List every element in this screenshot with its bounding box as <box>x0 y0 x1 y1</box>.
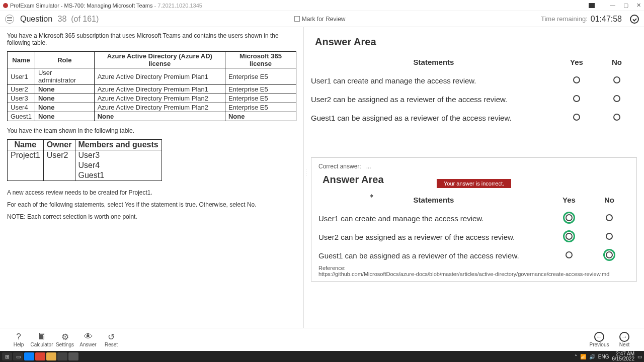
start-button[interactable]: ⊞ <box>2 352 12 360</box>
question-pane: You have a Microsoft 365 subscription th… <box>0 27 304 328</box>
settings-button[interactable]: ⚙Settings <box>53 332 76 347</box>
yes-radio <box>566 214 573 221</box>
no-radio[interactable] <box>613 76 620 83</box>
yes-radio[interactable] <box>573 95 580 102</box>
yes-radio[interactable] <box>573 114 580 121</box>
statement-row: Guest1 can be assigned as a reviewer of … <box>318 251 629 260</box>
answer-pane: Answer Area Statements Yes No User1 can … <box>304 27 644 328</box>
notifications-icon[interactable]: ▭ <box>637 354 642 359</box>
question-text: NOTE: Each correct selection is worth on… <box>7 213 296 220</box>
submit-check-icon[interactable] <box>630 15 639 24</box>
menu-icon[interactable] <box>5 15 14 24</box>
statement-row: User2 can be assigned as a reviewer of t… <box>311 95 637 104</box>
correct-answer-box: Correct answer:... Answer Area Statement… <box>311 157 637 282</box>
splitter-handle[interactable]: ···· <box>306 168 307 176</box>
timer: Time remaining: 01:47:58 <box>541 15 639 24</box>
question-counter: Question 38 (of 161) <box>20 15 99 24</box>
window-title: ProfExam Simulator - MS-700: Managing Mi… <box>10 3 202 9</box>
task-view-icon[interactable]: ▭ <box>13 352 23 360</box>
statement-row: User1 can create and manage the access r… <box>318 214 629 223</box>
tray-chevron-icon[interactable]: ˄ <box>575 354 577 359</box>
app-icon[interactable] <box>68 352 78 360</box>
app-icon <box>3 3 8 8</box>
browser-icon[interactable] <box>24 352 34 360</box>
reset-button[interactable]: ↺Reset <box>100 332 123 347</box>
yes-radio <box>566 233 573 240</box>
system-tray[interactable]: ˄ 📶 🔊 ENG 2:47 AM 6/15/2022 ▭ <box>575 351 642 361</box>
statement-row: User2 can be assigned as a reviewer of t… <box>318 233 629 241</box>
cursor-icon: ⌖ <box>370 192 373 200</box>
question-text: You have the team shown in the following… <box>7 127 296 134</box>
windows-taskbar[interactable]: ⊞ ▭ ˄ 📶 🔊 ENG 2:47 AM 6/15/2022 ▭ <box>0 351 644 362</box>
users-table: NameRoleAzure Active Directory (Azure AD… <box>7 51 296 121</box>
no-radio <box>606 214 613 221</box>
window-titlebar: ProfExam Simulator - MS-700: Managing Mi… <box>0 0 644 11</box>
yes-radio <box>566 251 573 258</box>
teams-table: NameOwnerMembers and guests Project1User… <box>7 139 162 181</box>
next-button[interactable]: →Next <box>612 332 637 347</box>
no-radio <box>606 233 613 240</box>
statement-row: Guest1 can be assigned as a reviewer of … <box>311 114 637 122</box>
app-icon[interactable] <box>57 352 67 360</box>
close-button[interactable]: ✕ <box>636 2 641 9</box>
previous-button[interactable]: ←Previous <box>587 332 612 347</box>
language-indicator[interactable]: ENG <box>598 354 609 359</box>
help-button[interactable]: ?Help <box>7 332 30 347</box>
calculator-button[interactable]: 🖩Calculator <box>30 332 53 347</box>
question-text: For each of the following statements, se… <box>7 201 296 208</box>
checkbox-icon <box>294 16 300 22</box>
no-radio[interactable] <box>613 114 620 121</box>
explorer-icon[interactable] <box>46 352 56 360</box>
maximize-button[interactable]: ▢ <box>623 2 628 9</box>
incorrect-banner: Your answer is incorrect. <box>437 179 511 188</box>
mark-for-review-checkbox[interactable]: Mark for Review <box>294 16 346 23</box>
answer-button[interactable]: 👁Answer <box>76 332 100 347</box>
tray-date[interactable]: 6/15/2022 <box>612 356 635 361</box>
no-radio[interactable] <box>613 95 620 102</box>
reference-block: Reference: https://github.com/MicrosoftD… <box>318 265 629 277</box>
no-radio <box>606 251 613 258</box>
statements-header: Statements Yes No <box>318 196 629 204</box>
question-text: A new access review needs to be created … <box>7 189 296 196</box>
question-text: You have a Microsoft 365 subscription th… <box>7 32 296 46</box>
volume-icon[interactable]: 🔊 <box>589 354 595 359</box>
exam-header: Question 38 (of 161) Mark for Review Tim… <box>0 11 644 27</box>
correct-answer-label: Correct answer:... <box>318 163 629 170</box>
statement-row: User1 can create and manage the access r… <box>311 76 637 85</box>
network-icon[interactable]: 📶 <box>580 354 586 359</box>
bottom-toolbar: ?Help 🖩Calculator ⚙Settings 👁Answer ↺Res… <box>0 328 644 351</box>
hint-indicator-icon <box>589 3 595 8</box>
statements-header: Statements Yes No <box>311 58 637 66</box>
answer-area-title: Answer Area <box>315 36 637 48</box>
yes-radio[interactable] <box>573 76 580 83</box>
minimize-button[interactable]: — <box>610 2 615 9</box>
app-icon[interactable] <box>35 352 45 360</box>
